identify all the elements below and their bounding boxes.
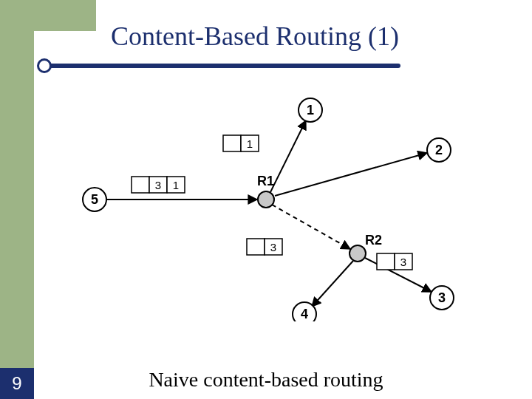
svg-text:5: 5	[91, 192, 98, 207]
routing-diagram: 5 1 2 3 4 R1	[74, 92, 458, 321]
svg-text:1: 1	[173, 179, 179, 191]
svg-point-16	[258, 191, 274, 208]
svg-line-3	[272, 205, 350, 249]
title-bullet-icon	[37, 58, 52, 73]
svg-rect-23	[132, 177, 149, 193]
node-5: 5	[83, 188, 106, 211]
page-title: Content-Based Routing (1)	[111, 21, 399, 52]
side-accent-bar	[0, 0, 34, 399]
top-accent-block	[0, 0, 96, 31]
svg-text:1: 1	[247, 137, 253, 150]
node-4: 4	[293, 302, 316, 321]
svg-point-18	[349, 245, 366, 262]
svg-text:3: 3	[400, 256, 406, 268]
svg-text:3: 3	[270, 241, 276, 253]
svg-rect-28	[247, 239, 265, 255]
packet-from-node5: 3 1	[132, 177, 185, 193]
page-number-value: 9	[12, 373, 21, 394]
svg-text:3: 3	[155, 179, 161, 191]
node-3: 3	[430, 286, 454, 310]
svg-text:R2: R2	[365, 233, 382, 248]
svg-line-1	[270, 120, 306, 192]
svg-text:R1: R1	[257, 174, 274, 188]
svg-text:4: 4	[301, 307, 308, 321]
node-2: 2	[427, 138, 451, 162]
svg-rect-20	[223, 135, 241, 151]
svg-line-2	[275, 153, 427, 196]
slide: Content-Based Routing (1)	[0, 0, 532, 399]
figure-caption: Naive content-based routing	[0, 368, 532, 392]
svg-text:2: 2	[435, 143, 443, 157]
svg-line-5	[312, 261, 353, 307]
packet-at-r2: 3	[377, 253, 412, 270]
node-1: 1	[299, 98, 322, 122]
page-number: 9	[0, 368, 34, 399]
svg-text:1: 1	[307, 103, 314, 117]
svg-rect-31	[377, 253, 395, 270]
title-underline	[46, 64, 400, 68]
packet-near-node1: 1	[223, 135, 259, 151]
svg-text:3: 3	[438, 290, 446, 305]
packet-toward-r2: 3	[247, 239, 282, 255]
